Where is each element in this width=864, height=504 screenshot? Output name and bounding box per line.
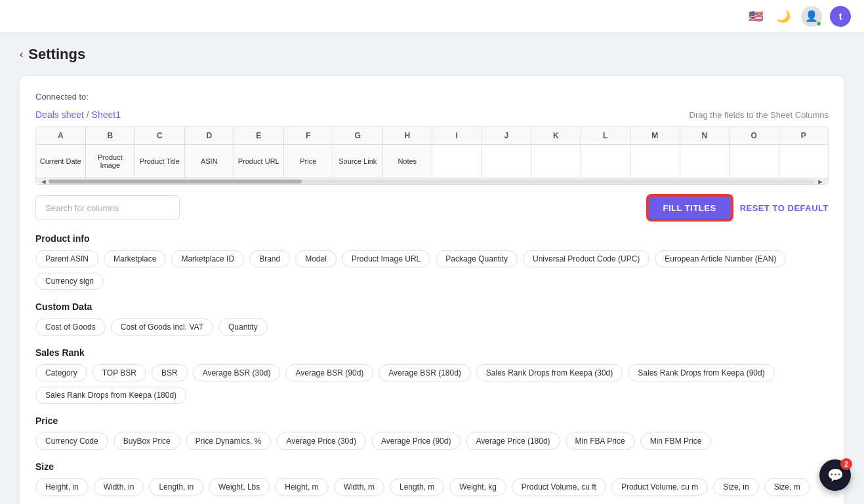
tag-item[interactable]: BuyBox Price: [113, 433, 180, 450]
connected-label: Connected to:: [35, 92, 829, 102]
col-cell-k: [531, 145, 581, 178]
column-header-row: ABCDEFGHIJKLMNOP: [36, 127, 828, 145]
tag-item[interactable]: Width, in: [94, 478, 144, 495]
user-avatar[interactable]: 👤: [801, 6, 822, 27]
fields-area: Product infoParent ASINMarketplaceMarket…: [35, 233, 829, 504]
tags-wrap-custom-data: Cost of GoodsCost of Goods incl. VATQuan…: [35, 319, 826, 336]
tag-item[interactable]: Product Volume, cu m: [611, 478, 708, 495]
tag-item[interactable]: BSR: [152, 364, 188, 381]
tag-item[interactable]: Average Price (30d): [276, 433, 366, 450]
tag-item[interactable]: Weight, Lbs: [209, 478, 270, 495]
scrollbar-thumb: [49, 180, 302, 184]
col-cell-c[interactable]: Product Title: [135, 145, 185, 178]
tag-item[interactable]: Sales Rank Drops from Keepa (180d): [35, 387, 186, 404]
tag-item[interactable]: Length, in: [149, 478, 203, 495]
tag-item[interactable]: Size, in: [713, 478, 758, 495]
settings-card: Connected to: Deals sheet / Sheet1 Drag …: [20, 76, 844, 504]
col-header-g: G: [333, 127, 383, 144]
col-cell-l: [581, 145, 631, 178]
tag-item[interactable]: Min FBM Price: [640, 433, 712, 450]
tag-item[interactable]: Category: [35, 364, 87, 381]
tag-item[interactable]: Product Image URL: [342, 250, 430, 267]
tag-item[interactable]: Length, m: [390, 478, 444, 495]
tag-item[interactable]: Average Price (90d): [371, 433, 461, 450]
tag-item[interactable]: Cost of Goods incl. VAT: [111, 319, 213, 336]
col-cell-m: [630, 145, 680, 178]
tag-item[interactable]: Min FBA Price: [566, 433, 635, 450]
section-title-product-info: Product info: [35, 233, 826, 244]
col-cell-i: [432, 145, 482, 178]
tag-item[interactable]: Package Quantity: [436, 250, 518, 267]
tag-item[interactable]: Cost of Goods: [35, 319, 106, 336]
sheet-link[interactable]: Deals sheet / Sheet1: [35, 109, 121, 120]
chat-bubble[interactable]: 💬 2: [819, 459, 851, 491]
tags-wrap-product-info: Parent ASINMarketplaceMarketplace IDBran…: [35, 250, 826, 290]
tag-item[interactable]: Currency sign: [35, 273, 104, 290]
col-header-e: E: [234, 127, 284, 144]
col-cell-p: [779, 145, 829, 178]
col-header-f: F: [284, 127, 334, 144]
tag-item[interactable]: Average BSR (30d): [193, 364, 281, 381]
tag-item[interactable]: European Article Number (EAN): [655, 250, 786, 267]
page-header: ‹ Settings: [20, 46, 844, 63]
tag-item[interactable]: Sales Rank Drops from Keepa (30d): [476, 364, 623, 381]
page-title: Settings: [28, 46, 85, 63]
tag-item[interactable]: Parent ASIN: [35, 250, 98, 267]
tag-item[interactable]: Height, m: [275, 478, 328, 495]
col-header-o: O: [730, 127, 779, 144]
col-header-d: D: [185, 127, 235, 144]
tags-wrap-size: Height, inWidth, inLength, inWeight, Lbs…: [35, 478, 826, 495]
col-header-j: J: [482, 127, 532, 144]
col-cell-f[interactable]: Price: [284, 145, 334, 178]
search-input[interactable]: [35, 195, 180, 220]
tag-item[interactable]: Height, in: [35, 478, 89, 495]
tag-item[interactable]: Average Price (180d): [466, 433, 560, 450]
fill-titles-button[interactable]: FILL TITLES: [648, 195, 732, 220]
tag-item[interactable]: Size, m: [764, 478, 810, 495]
col-header-l: L: [581, 127, 631, 144]
scrollbar-row[interactable]: ◄ ►: [36, 178, 828, 184]
col-cell-h[interactable]: Notes: [383, 145, 433, 178]
sheet-link-row: Deals sheet / Sheet1 Drag the fields to …: [35, 109, 829, 120]
tag-item[interactable]: Brand: [249, 250, 290, 267]
col-cell-j: [482, 145, 532, 178]
tag-item[interactable]: Quantity: [218, 319, 268, 336]
controls-row: FILL TITLES RESET TO DEFAULT: [35, 195, 829, 220]
back-button[interactable]: ‹: [20, 48, 23, 60]
col-header-i: I: [432, 127, 482, 144]
col-cell-a[interactable]: Current Date: [36, 145, 86, 178]
tags-wrap-sales-rank: CategoryTOP BSRBSRAverage BSR (30d)Avera…: [35, 364, 826, 404]
col-header-k: K: [531, 127, 581, 144]
tag-item[interactable]: Average BSR (90d): [285, 364, 373, 381]
tag-item[interactable]: Model: [295, 250, 337, 267]
col-cell-d[interactable]: ASIN: [185, 145, 235, 178]
column-grid: ABCDEFGHIJKLMNOP Current DateProduct Ima…: [35, 126, 829, 185]
user-initial-avatar[interactable]: t: [830, 6, 851, 27]
col-header-h: H: [383, 127, 433, 144]
scroll-right-arrow[interactable]: ►: [815, 178, 825, 185]
topbar: 🇺🇸 🌙 👤 t: [0, 0, 864, 33]
col-header-p: P: [779, 127, 829, 144]
col-cell-o: [730, 145, 779, 178]
col-cell-b[interactable]: Product Image: [86, 145, 136, 178]
col-cell-e[interactable]: Product URL: [234, 145, 284, 178]
tag-item[interactable]: Universal Product Code (UPC): [523, 250, 649, 267]
tag-item[interactable]: Average BSR (180d): [379, 364, 471, 381]
tag-item[interactable]: TOP BSR: [93, 364, 146, 381]
tag-item[interactable]: Price Dynamics, %: [186, 433, 272, 450]
tag-item[interactable]: Sales Rank Drops from Keepa (90d): [628, 364, 774, 381]
tag-item[interactable]: Marketplace ID: [171, 250, 244, 267]
scroll-left-arrow[interactable]: ◄: [39, 178, 49, 185]
tag-item[interactable]: Weight, kg: [449, 478, 506, 495]
reset-default-button[interactable]: RESET TO DEFAULT: [740, 203, 829, 213]
flag-icon[interactable]: 🇺🇸: [746, 7, 766, 26]
scrollbar-track: [49, 180, 815, 184]
tag-item[interactable]: Width, m: [334, 478, 384, 495]
tag-item[interactable]: Product Volume, cu ft: [512, 478, 606, 495]
tag-item[interactable]: Currency Code: [35, 433, 108, 450]
col-cell-g[interactable]: Source Link: [333, 145, 383, 178]
moon-icon[interactable]: 🌙: [773, 7, 793, 26]
tags-wrap-price: Currency CodeBuyBox PricePrice Dynamics,…: [35, 433, 826, 450]
tag-item[interactable]: Marketplace: [104, 250, 166, 267]
col-cell-n: [680, 145, 730, 178]
